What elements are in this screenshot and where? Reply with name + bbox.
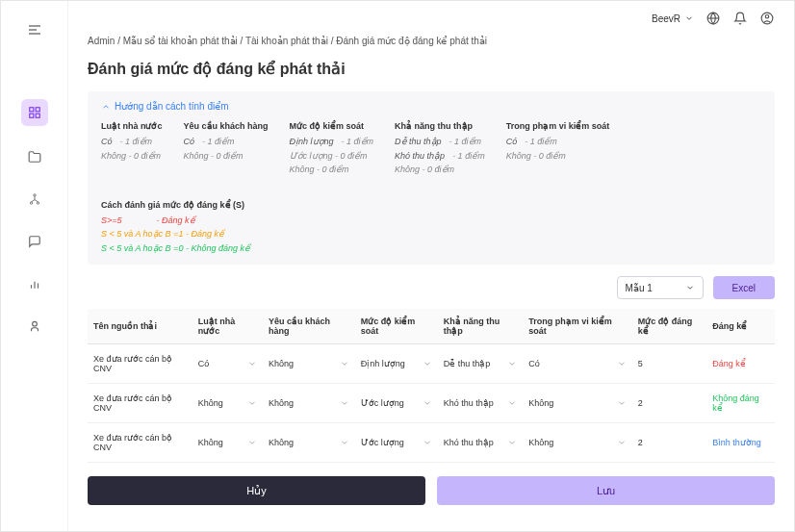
th-scope: Trong phạm vi kiểm soát	[523, 309, 631, 344]
cust-select[interactable]: Không	[269, 398, 349, 408]
profile-icon[interactable]	[759, 11, 775, 26]
guide-col: Khả năng thu thập Dễ thu thập- 1 điểm Kh…	[395, 119, 485, 177]
ctrl-select[interactable]: Ước lượng	[361, 398, 432, 408]
table-row: Xe đưa rước cán bộ CNVCóKhôngĐịnh lượngD…	[88, 344, 775, 384]
cell-score: 2	[632, 384, 707, 423]
user-menu[interactable]: BeevR	[652, 13, 694, 24]
th-collect: Khả năng thu thập	[438, 309, 524, 344]
chevron-down-icon	[247, 398, 257, 408]
menu-icon[interactable]	[23, 18, 46, 41]
scope-select[interactable]: Không	[528, 398, 626, 408]
topbar: BeevR	[68, 1, 794, 36]
chevron-down-icon	[423, 359, 432, 368]
data-table: Tên nguồn thải Luật nhà nước Yêu cầu khá…	[88, 309, 775, 463]
guide-col: Trong phạm vi kiểm soát Có- 1 điểm Không…	[506, 119, 610, 177]
page-title: Đánh giá mức độ đáng kể phát thải	[88, 60, 775, 78]
svg-point-8	[30, 202, 32, 204]
select-value: Mẫu 1	[626, 283, 653, 293]
th-status: Đáng kể	[706, 309, 775, 344]
globe-icon[interactable]	[705, 11, 721, 26]
table-row: Xe đưa rước cán bộ CNVKhôngKhôngƯớc lượn…	[88, 423, 775, 463]
breadcrumb-item: Đánh giá mức độ đáng kể phát thải	[336, 36, 487, 46]
chevron-down-icon	[340, 359, 349, 368]
ctrl-select[interactable]: Định lượng	[361, 359, 432, 368]
ctrl-select[interactable]: Ước lượng	[361, 438, 432, 447]
template-select[interactable]: Mẫu 1	[617, 276, 704, 299]
cell-name: Xe đưa rước cán bộ CNV	[88, 423, 192, 463]
cell-status: Không đáng kể	[706, 384, 775, 423]
guide-col: Luật nhà nước Có- 1 điểm Không - 0 điểm	[101, 119, 163, 177]
chart-icon[interactable]	[23, 272, 46, 295]
folder-icon[interactable]	[23, 145, 46, 168]
dashboard-icon[interactable]	[21, 99, 48, 126]
guide-col: Yêu cầu khách hàng Có- 1 điểm Không - 0 …	[184, 119, 269, 177]
th-name: Tên nguồn thải	[88, 309, 192, 344]
cell-name: Xe đưa rước cán bộ CNV	[88, 344, 192, 384]
guide-toggle[interactable]: Hướng dẫn cách tính điểm	[101, 101, 761, 112]
chevron-up-icon	[101, 102, 111, 112]
svg-point-17	[765, 15, 769, 19]
bell-icon[interactable]	[732, 11, 748, 26]
hierarchy-icon[interactable]	[23, 188, 46, 211]
table-row: Xe đưa rước cán bộ CNVKhôngKhôngƯớc lượn…	[88, 384, 775, 423]
cell-status: Đáng kể	[706, 344, 775, 384]
chevron-down-icon	[423, 438, 432, 447]
sidebar	[1, 1, 68, 531]
law-select[interactable]: Có	[198, 359, 257, 368]
cell-status: Bình thường	[706, 423, 775, 463]
svg-rect-5	[36, 114, 39, 117]
svg-point-13	[32, 321, 37, 326]
svg-rect-6	[29, 114, 33, 117]
th-score: Mức độ đáng kể	[632, 309, 707, 344]
cust-select[interactable]: Không	[269, 438, 349, 447]
collect-select[interactable]: Dễ thu thập	[444, 359, 518, 368]
th-cust: Yêu cầu khách hàng	[263, 309, 355, 344]
cell-score: 2	[632, 423, 707, 463]
law-select[interactable]: Không	[198, 398, 257, 408]
svg-rect-3	[29, 108, 33, 112]
chevron-down-icon	[684, 13, 694, 23]
cell-name: Xe đưa rước cán bộ CNV	[88, 384, 192, 423]
chevron-down-icon	[247, 438, 257, 447]
chevron-down-icon	[685, 283, 695, 292]
collect-select[interactable]: Khó thu thập	[444, 438, 518, 447]
breadcrumb-item[interactable]: Mẫu sổ tài khoản phát thải	[123, 36, 238, 46]
excel-button[interactable]: Excel	[713, 276, 775, 299]
th-law: Luật nhà nước	[192, 309, 263, 344]
message-icon[interactable]	[23, 230, 46, 253]
user-icon[interactable]	[23, 315, 46, 338]
breadcrumb-item[interactable]: Tài khoản phát thải	[245, 36, 328, 46]
cell-score: 5	[632, 344, 707, 384]
chevron-down-icon	[507, 398, 517, 408]
chevron-down-icon	[423, 398, 432, 408]
cancel-button[interactable]: Hủy	[88, 476, 425, 505]
guide-col: Cách đánh giá mức độ đáng kể (S) S>=5 - …	[101, 198, 250, 256]
guide-col: Mức độ kiểm soát Định lượng- 1 điểm Ước …	[290, 119, 374, 177]
svg-rect-4	[36, 108, 39, 112]
th-ctrl: Mức độ kiểm soát	[355, 309, 438, 344]
chevron-down-icon	[507, 438, 517, 447]
law-select[interactable]: Không	[198, 438, 257, 447]
chevron-down-icon	[340, 398, 349, 408]
collect-select[interactable]: Khó thu thập	[444, 398, 518, 408]
chevron-down-icon	[507, 359, 517, 368]
chevron-down-icon	[617, 359, 627, 368]
chevron-down-icon	[617, 438, 627, 447]
breadcrumb: Admin / Mẫu sổ tài khoản phát thải / Tài…	[88, 36, 775, 46]
svg-point-9	[37, 202, 38, 204]
guide-panel: Hướng dẫn cách tính điểm Luật nhà nước C…	[88, 91, 775, 265]
cust-select[interactable]: Không	[269, 359, 349, 368]
svg-point-7	[33, 194, 35, 196]
guide-title: Hướng dẫn cách tính điểm	[115, 101, 229, 112]
save-button[interactable]: Lưu	[437, 476, 775, 505]
chevron-down-icon	[617, 398, 627, 408]
breadcrumb-item[interactable]: Admin	[88, 36, 115, 46]
chevron-down-icon	[340, 438, 349, 447]
user-name: BeevR	[652, 13, 680, 24]
scope-select[interactable]: Không	[528, 438, 626, 447]
scope-select[interactable]: Có	[528, 359, 626, 368]
chevron-down-icon	[247, 359, 257, 368]
